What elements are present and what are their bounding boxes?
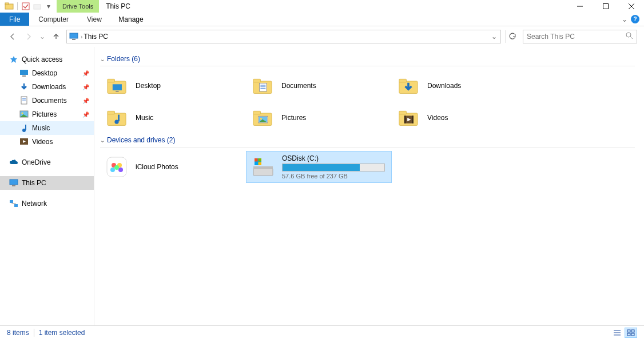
minimize-button[interactable] — [567, 0, 593, 13]
folder-item-desktop[interactable]: Desktop — [100, 70, 246, 102]
svg-rect-42 — [253, 111, 261, 114]
item-label: Music — [136, 114, 153, 122]
qat-newfolder-icon[interactable] — [33, 2, 42, 11]
pin-icon: 📌 — [82, 111, 89, 118]
svg-rect-60 — [255, 158, 258, 162]
music-folder-icon — [105, 106, 129, 130]
documents-folder-icon — [251, 74, 275, 98]
search-input[interactable] — [527, 33, 626, 41]
folder-item-downloads[interactable]: Downloads — [392, 70, 538, 102]
tree-label: Desktop — [32, 69, 57, 77]
svg-rect-27 — [108, 79, 115, 82]
folder-item-music[interactable]: Music — [100, 102, 246, 134]
svg-point-56 — [114, 165, 119, 170]
pictures-icon — [19, 110, 29, 119]
svg-point-55 — [118, 167, 123, 172]
videos-icon — [19, 137, 29, 146]
svg-rect-69 — [627, 333, 630, 336]
svg-rect-1 — [5, 3, 9, 5]
tree-network[interactable]: Network — [0, 197, 94, 210]
thispc-icon — [68, 33, 79, 41]
folder-item-videos[interactable]: Videos — [392, 102, 538, 134]
svg-line-11 — [630, 37, 633, 39]
close-button[interactable] — [618, 0, 644, 13]
svg-point-10 — [626, 33, 631, 37]
help-icon[interactable]: ? — [631, 15, 639, 23]
ribbon-expand-icon[interactable]: ⌄ — [622, 15, 627, 23]
ribbon-tab-view[interactable]: View — [78, 13, 111, 26]
tree-onedrive[interactable]: OneDrive — [0, 155, 94, 169]
svg-rect-21 — [10, 180, 18, 185]
ribbon-file-tab[interactable]: File — [0, 13, 29, 26]
nav-up-button[interactable] — [50, 31, 62, 42]
tree-label: Network — [22, 200, 47, 208]
search-icon[interactable] — [626, 32, 633, 41]
svg-line-25 — [11, 203, 16, 204]
ribbon-context-tab[interactable]: Manage — [112, 13, 150, 26]
svg-rect-8 — [70, 33, 78, 38]
drive-free-text: 57.6 GB free of 237 GB — [282, 173, 385, 180]
thispc-icon — [9, 178, 18, 188]
svg-point-18 — [22, 113, 23, 114]
refresh-button[interactable] — [506, 30, 518, 43]
tree-item-documents[interactable]: Documents📌 — [0, 94, 94, 107]
breadcrumb-sep[interactable]: › — [79, 34, 84, 40]
svg-rect-67 — [627, 330, 630, 332]
drive-item-osdisk-c-[interactable]: OSDisk (C:)57.6 GB free of 237 GB — [246, 151, 392, 183]
group-label: Folders (6) — [107, 55, 140, 63]
svg-rect-62 — [255, 162, 258, 166]
svg-rect-13 — [22, 75, 26, 77]
svg-point-40 — [114, 120, 118, 124]
status-divider — [34, 329, 34, 337]
explorer-app-icon — [5, 2, 14, 11]
ribbon-context-label: Drive Tools — [57, 0, 99, 13]
tree-item-pictures[interactable]: Pictures📌 — [0, 107, 94, 121]
folder-item-documents[interactable]: Documents — [246, 70, 392, 102]
folder-item-pictures[interactable]: Pictures — [246, 102, 392, 134]
group-drives-header[interactable]: ⌄ Devices and drives (2) — [100, 134, 644, 146]
tree-quick-access[interactable]: Quick access — [0, 53, 94, 66]
svg-rect-29 — [116, 91, 118, 92]
breadcrumb-location[interactable]: This PC — [84, 33, 108, 41]
svg-rect-50 — [412, 115, 414, 123]
search-box[interactable] — [523, 30, 637, 43]
tree-item-desktop[interactable]: Desktop📌 — [0, 66, 94, 80]
item-label: OSDisk (C:) — [282, 154, 385, 162]
pin-icon: 📌 — [82, 84, 89, 90]
chevron-down-icon: ⌄ — [100, 56, 105, 62]
music-icon — [19, 123, 29, 133]
maximize-button[interactable] — [593, 0, 618, 13]
view-tiles-button[interactable] — [625, 328, 637, 338]
svg-rect-58 — [253, 166, 273, 169]
svg-rect-5 — [603, 4, 608, 9]
qat-divider — [17, 2, 18, 10]
address-bar[interactable]: › This PC ⌄ — [66, 30, 501, 43]
svg-rect-2 — [22, 3, 29, 10]
svg-rect-39 — [108, 111, 115, 114]
tree-item-music[interactable]: Music — [0, 121, 94, 135]
qat-dropdown-icon[interactable]: ▾ — [44, 2, 53, 11]
qat-properties-icon[interactable] — [21, 2, 30, 11]
svg-rect-32 — [260, 83, 267, 91]
tree-item-downloads[interactable]: Downloads📌 — [0, 80, 94, 94]
tree-this-pc[interactable]: This PC — [0, 176, 94, 190]
tree-label: Videos — [32, 138, 53, 146]
pin-icon: 📌 — [82, 98, 89, 104]
item-label: iCloud Photos — [136, 163, 178, 171]
svg-rect-57 — [253, 169, 273, 176]
quick-access-star-icon — [9, 55, 18, 64]
content-pane: ⌄ Folders (6) DesktopDocumentsDownloadsM… — [94, 47, 644, 325]
group-label: Devices and drives (2) — [107, 136, 175, 144]
nav-recent-dropdown[interactable]: ⌄ — [39, 31, 46, 42]
address-dropdown-icon[interactable]: ⌄ — [491, 33, 497, 41]
svg-rect-12 — [20, 70, 28, 75]
tree-item-videos[interactable]: Videos — [0, 135, 94, 149]
drive-item-icloud-photos[interactable]: iCloud Photos — [100, 151, 246, 183]
item-label: Desktop — [136, 82, 161, 90]
ribbon-tab-computer[interactable]: Computer — [29, 13, 78, 26]
svg-rect-68 — [631, 330, 634, 332]
view-details-button[interactable] — [611, 328, 623, 338]
group-folders-header[interactable]: ⌄ Folders (6) — [100, 53, 644, 65]
divider — [100, 66, 635, 66]
nav-back-button[interactable] — [7, 31, 18, 42]
